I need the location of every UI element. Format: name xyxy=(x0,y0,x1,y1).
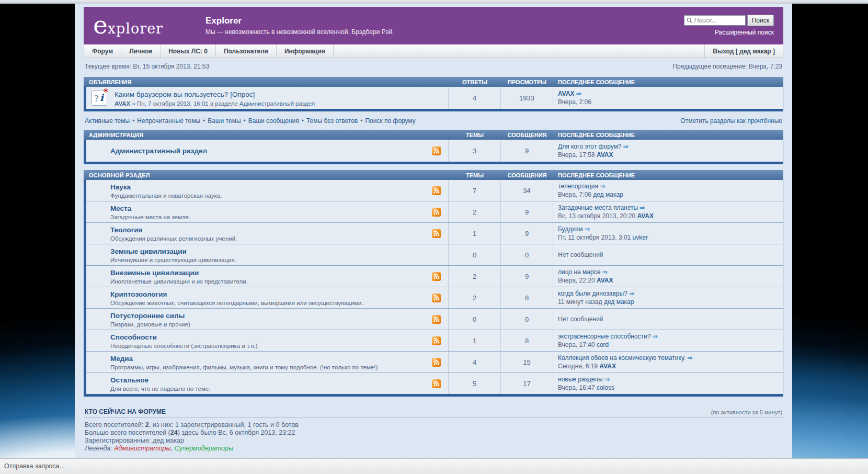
nav-tab-new-pm[interactable]: Новых ЛС: 0 xyxy=(161,44,216,58)
link-unanswered[interactable]: Темы без ответов xyxy=(306,117,358,125)
nav-tab-forum[interactable]: Форум xyxy=(84,44,121,58)
time-row: Текущее время: Вт, 15 октября 2013, 21:5… xyxy=(85,63,782,70)
forum-link[interactable]: Теология xyxy=(110,226,142,234)
forum-link[interactable]: Административный раздел xyxy=(110,147,207,155)
topics-count: 2 xyxy=(448,266,500,287)
last-post-user[interactable]: дед макар xyxy=(593,191,623,198)
forum-row-places: Места Загадочные места на земле. 2 9 Заг… xyxy=(86,201,783,222)
rss-feed-icon[interactable] xyxy=(432,315,441,324)
nav-tab-private[interactable]: Личное xyxy=(121,44,161,58)
forum-row-other: Остальное Для всего, что не подошло по т… xyxy=(86,373,783,394)
last-post-link[interactable]: Буддизм xyxy=(558,225,583,233)
whos-online-title: КТО СЕЙЧАС НА ФОРУМЕ xyxy=(85,408,166,415)
forum-link[interactable]: Земные цивилизации xyxy=(110,247,187,255)
announcement-icon-star: * xyxy=(104,86,108,97)
last-post-arrow-icon[interactable]: ⇒ xyxy=(653,333,658,340)
forum-link[interactable]: Медиа xyxy=(110,355,133,363)
announcement-topic-link[interactable]: Каким браузером вы пользуетесь? [Опрос] xyxy=(115,91,255,98)
quick-links: Активные темы•Непрочитанные темы•Ваши те… xyxy=(85,117,416,125)
forum-description: Фундаментальная и новаторская наука. xyxy=(110,193,427,199)
forum-link[interactable]: Способности xyxy=(110,333,157,341)
search-button[interactable]: Поиск xyxy=(747,15,774,26)
legend-administrators-link[interactable]: Администраторы xyxy=(114,445,170,452)
posts-count: 17 xyxy=(500,373,553,394)
topics-count: 5 xyxy=(448,373,500,394)
last-post-user[interactable]: AVAX xyxy=(599,363,616,370)
forum-link[interactable]: Остальное xyxy=(110,376,149,384)
last-post-link[interactable]: экстрасенсорные способности? xyxy=(558,333,650,340)
last-post-arrow-icon[interactable]: ⇒ xyxy=(585,225,590,233)
last-post-user[interactable]: AVAX xyxy=(558,90,575,97)
advanced-search-link[interactable]: Расширенный поиск xyxy=(715,29,774,36)
nav-tab-users[interactable]: Пользователи xyxy=(216,44,277,58)
topics-count: 2 xyxy=(448,287,500,308)
announcement-section-link[interactable]: Административный раздел xyxy=(239,100,315,107)
last-post-arrow-icon[interactable]: ⇒ xyxy=(602,268,608,276)
search-input[interactable] xyxy=(694,17,741,24)
last-post-link[interactable]: Для кого этот форум? xyxy=(558,143,621,150)
last-post-user[interactable]: coloss xyxy=(597,384,614,391)
last-post-cell: Для кого этот форум? ⇒ Вчера, 17:58 AVAX xyxy=(553,140,783,162)
rss-feed-icon[interactable] xyxy=(432,272,441,281)
forum-description: Для всего, что не подошло по теме. xyxy=(110,386,427,392)
last-post-arrow-icon[interactable]: ⇒ xyxy=(687,354,692,362)
last-post-arrow-icon[interactable]: ⇒ xyxy=(600,183,605,190)
last-post-user[interactable]: cord xyxy=(597,341,609,348)
forum-link[interactable]: Места xyxy=(110,205,131,212)
link-forum-search[interactable]: Поиск по форуму xyxy=(365,117,415,125)
last-post-arrow-icon[interactable]: ⇒ xyxy=(576,90,581,97)
last-post-time: Вчера, 16:47 xyxy=(558,384,595,391)
link-active-topics[interactable]: Активные темы xyxy=(85,117,130,125)
last-post-arrow-icon[interactable]: ⇒ xyxy=(639,204,645,211)
last-post-time: Вчера, 7:06 xyxy=(558,191,591,198)
rss-feed-icon[interactable] xyxy=(432,229,441,238)
last-post-user[interactable]: AVAX xyxy=(597,151,613,159)
meta-separator: » xyxy=(132,100,135,107)
last-post-link[interactable]: лицо на марсе xyxy=(558,268,600,276)
link-your-posts[interactable]: Ваши сообщения xyxy=(248,117,299,125)
topics-count: 0 xyxy=(448,309,500,330)
last-post-time: 11 минут назад xyxy=(558,298,602,306)
registered-user-link[interactable]: дед макар xyxy=(153,437,184,444)
last-post-arrow-icon[interactable]: ⇒ xyxy=(629,290,634,297)
section-title-administration: АДМИНИСТРАЦИЯ xyxy=(84,132,449,138)
topics-count: 1 xyxy=(448,330,500,351)
rss-feed-icon[interactable] xyxy=(432,379,441,388)
announcement-author-link[interactable]: AVAX xyxy=(115,100,130,107)
logout-link[interactable]: Выход [ дед макар ] xyxy=(704,44,783,58)
site-logo[interactable]: explorer xyxy=(93,15,205,37)
link-unread-topics[interactable]: Непрочитанные темы xyxy=(137,117,200,125)
last-post-user[interactable]: uvker xyxy=(633,234,648,241)
forum-link[interactable]: Потусторонние силы xyxy=(110,312,185,320)
last-post-link[interactable]: Коллекция обоев на космическую тематику. xyxy=(558,354,686,362)
last-post-user[interactable]: AVAX xyxy=(597,277,613,284)
last-post-arrow-icon[interactable]: ⇒ xyxy=(604,376,610,383)
rss-feed-icon[interactable] xyxy=(432,208,441,217)
rss-feed-icon[interactable] xyxy=(432,146,441,155)
last-post-user[interactable]: AVAX xyxy=(637,212,654,220)
forum-row-cryptozoology: Криптозоология Обсуждение животных, счит… xyxy=(86,287,783,308)
rss-feed-icon[interactable] xyxy=(432,294,441,302)
rss-feed-icon[interactable] xyxy=(432,336,441,345)
quick-links-row: Активные темы•Непрочитанные темы•Ваши те… xyxy=(85,117,782,125)
last-post-link[interactable]: телепортация xyxy=(558,183,598,190)
last-post-link[interactable]: новые разделы xyxy=(558,376,603,383)
link-your-topics[interactable]: Ваши темы xyxy=(208,117,241,125)
last-post-cell: Нет сообщений xyxy=(553,309,783,330)
mark-forums-read-link[interactable]: Отметить разделы как прочтённые xyxy=(680,117,782,125)
last-post-cell: Загадочные места планеты ⇒ Вс, 13 октябр… xyxy=(553,201,783,222)
last-post-link[interactable]: Загадочные места планеты xyxy=(558,204,638,211)
rss-feed-icon[interactable] xyxy=(432,358,441,367)
last-post-user[interactable]: дед макар xyxy=(604,298,634,306)
forum-link[interactable]: Наука xyxy=(110,183,131,191)
bullet-separator: • xyxy=(244,117,246,125)
nav-tab-info[interactable]: Информация xyxy=(277,44,334,58)
forum-link[interactable]: Внеземные цивилизации xyxy=(110,269,199,277)
column-topics: ТЕМЫ xyxy=(449,172,501,178)
last-post-arrow-icon[interactable]: ⇒ xyxy=(623,143,629,150)
rss-feed-icon[interactable] xyxy=(432,186,441,195)
no-posts-label: Нет сообщений xyxy=(558,251,603,258)
last-post-link[interactable]: когда были динозавры? xyxy=(558,290,627,297)
legend-supermoderators-link[interactable]: Супермодераторы xyxy=(175,445,233,452)
forum-link[interactable]: Криптозоология xyxy=(110,290,167,298)
